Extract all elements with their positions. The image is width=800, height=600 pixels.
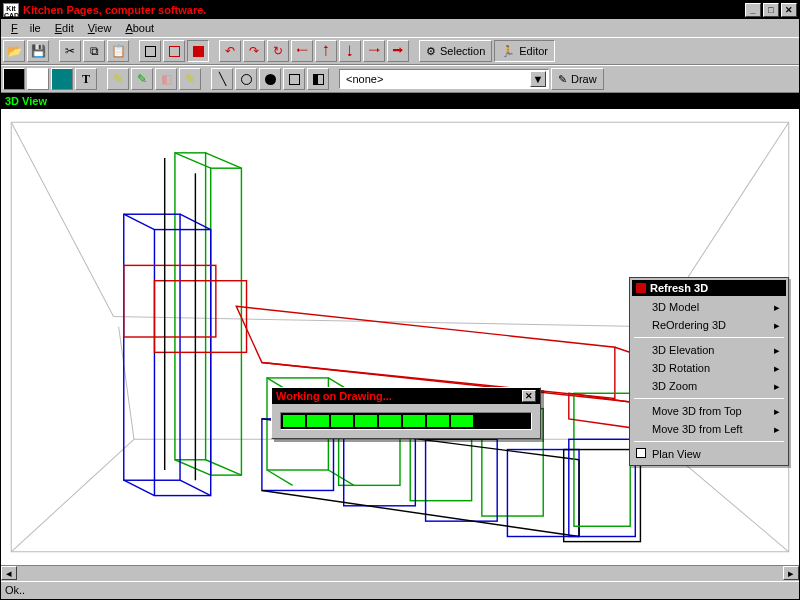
scroll-left-icon[interactable]: ◂	[1, 566, 17, 580]
draw-label: Draw	[571, 73, 597, 85]
titlebar: Kit CAD Kitchen Pages, computer software…	[1, 1, 799, 19]
selection-label: Selection	[440, 45, 485, 57]
dialog-close-button[interactable]: ✕	[522, 390, 536, 402]
svg-rect-14	[574, 393, 630, 526]
progress-bar	[280, 412, 532, 430]
chevron-down-icon[interactable]: ▼	[530, 71, 546, 87]
view-title: 3D View	[1, 93, 799, 109]
separator	[634, 398, 784, 399]
highlight-icon[interactable]: ✎	[179, 68, 201, 90]
context-menu: Refresh 3D 3D Model▸ ReOrdering 3D▸ 3D E…	[629, 277, 789, 466]
arrow-down-icon[interactable]: ⭣	[339, 40, 361, 62]
arrow-right-icon[interactable]: ⭢	[363, 40, 385, 62]
minimize-button[interactable]: _	[745, 3, 761, 17]
save-icon[interactable]: 💾	[27, 40, 49, 62]
separator	[634, 337, 784, 338]
paste-icon[interactable]: 📋	[107, 40, 129, 62]
circle-outline-icon[interactable]	[235, 68, 257, 90]
eraser-icon[interactable]: ◧	[155, 68, 177, 90]
square-outline-icon[interactable]	[283, 68, 305, 90]
pencil-yellow-icon[interactable]: ✎	[107, 68, 129, 90]
svg-rect-5	[154, 281, 246, 353]
submenu-arrow-icon: ▸	[774, 344, 780, 357]
line-tool-icon[interactable]: ╲	[211, 68, 233, 90]
swatch-white[interactable]	[27, 68, 49, 90]
circle-fill-icon[interactable]	[259, 68, 281, 90]
separator	[634, 441, 784, 442]
copy-icon[interactable]: ⧉	[83, 40, 105, 62]
fill-red-icon[interactable]	[187, 40, 209, 62]
open-icon[interactable]: 📂	[3, 40, 25, 62]
undo-icon[interactable]: ↶	[219, 40, 241, 62]
submenu-arrow-icon: ▸	[774, 423, 780, 436]
redo-icon[interactable]: ↷	[243, 40, 265, 62]
ctx-move-from-top[interactable]: Move 3D from Top▸	[632, 402, 786, 420]
arrow-far-right-icon[interactable]: ⮕	[387, 40, 409, 62]
selection-button[interactable]: ⚙ Selection	[419, 40, 492, 62]
submenu-arrow-icon: ▸	[774, 405, 780, 418]
ctx-3d-zoom[interactable]: 3D Zoom▸	[632, 377, 786, 395]
svg-rect-4	[124, 265, 216, 337]
submenu-arrow-icon: ▸	[774, 380, 780, 393]
viewport-3d[interactable]: Refresh 3D 3D Model▸ ReOrdering 3D▸ 3D E…	[1, 109, 799, 565]
app-title: Kitchen Pages, computer software.	[23, 4, 206, 16]
statusbar: Ok..	[1, 581, 799, 599]
context-menu-title: Refresh 3D	[632, 280, 786, 296]
svg-rect-12	[426, 439, 498, 521]
svg-rect-11	[344, 429, 416, 506]
dialog-titlebar: Working on Drawing... ✕	[272, 388, 540, 404]
draw-button[interactable]: ✎ Draw	[551, 68, 604, 90]
cut-icon[interactable]: ✂	[59, 40, 81, 62]
style-combo[interactable]: <none> ▼	[339, 69, 549, 89]
app-icon: Kit CAD	[3, 3, 19, 17]
pencil-green-icon[interactable]: ✎	[131, 68, 153, 90]
square-halffill-icon[interactable]	[307, 68, 329, 90]
menu-file[interactable]: File	[5, 21, 47, 35]
editor-label: Editor	[519, 45, 548, 57]
toolbar-secondary: T ✎ ✎ ◧ ✎ ╲ <none> ▼ ✎ Draw	[1, 65, 799, 93]
scroll-right-icon[interactable]: ▸	[783, 566, 799, 580]
submenu-arrow-icon: ▸	[774, 362, 780, 375]
rotate-icon[interactable]: ↻	[267, 40, 289, 62]
ctx-move-from-left[interactable]: Move 3D from Left▸	[632, 420, 786, 438]
horizontal-scrollbar[interactable]: ◂ ▸	[1, 565, 799, 581]
toolbar-primary: 📂 💾 ✂ ⧉ 📋 ↶ ↷ ↻ ⭠ ⭡ ⭣ ⭢ ⮕ ⚙ Selection 🏃 …	[1, 37, 799, 65]
menubar: File Edit View About	[1, 19, 799, 37]
pencil-icon: ✎	[558, 73, 567, 86]
progress-dialog: Working on Drawing... ✕	[271, 387, 541, 439]
status-text: Ok..	[5, 584, 25, 596]
editor-button[interactable]: 🏃 Editor	[494, 40, 555, 62]
swatch-teal[interactable]	[51, 68, 73, 90]
submenu-arrow-icon: ▸	[774, 319, 780, 332]
menu-about[interactable]: About	[119, 21, 160, 35]
menu-edit[interactable]: Edit	[49, 21, 80, 35]
combo-value: <none>	[346, 73, 383, 85]
swatch-black[interactable]	[3, 68, 25, 90]
ctx-plan-view[interactable]: Plan View	[632, 445, 786, 463]
arrow-left-icon[interactable]: ⭠	[291, 40, 313, 62]
wire-black-icon[interactable]	[139, 40, 161, 62]
runner-icon: 🏃	[501, 45, 515, 58]
checkbox-icon	[636, 448, 646, 458]
refresh-icon	[636, 283, 646, 293]
ctx-3d-model[interactable]: 3D Model▸	[632, 298, 786, 316]
close-button[interactable]: ✕	[781, 3, 797, 17]
submenu-arrow-icon: ▸	[774, 301, 780, 314]
gear-icon: ⚙	[426, 45, 436, 58]
ctx-3d-rotation[interactable]: 3D Rotation▸	[632, 359, 786, 377]
arrow-up-icon[interactable]: ⭡	[315, 40, 337, 62]
dialog-title: Working on Drawing...	[276, 390, 392, 402]
wire-red-icon[interactable]	[163, 40, 185, 62]
ctx-reordering-3d[interactable]: ReOrdering 3D▸	[632, 316, 786, 334]
app-window: Kit CAD Kitchen Pages, computer software…	[0, 0, 800, 600]
ctx-3d-elevation[interactable]: 3D Elevation▸	[632, 341, 786, 359]
maximize-button[interactable]: □	[763, 3, 779, 17]
menu-view[interactable]: View	[82, 21, 118, 35]
svg-rect-3	[154, 230, 210, 496]
text-tool-icon[interactable]: T	[75, 68, 97, 90]
